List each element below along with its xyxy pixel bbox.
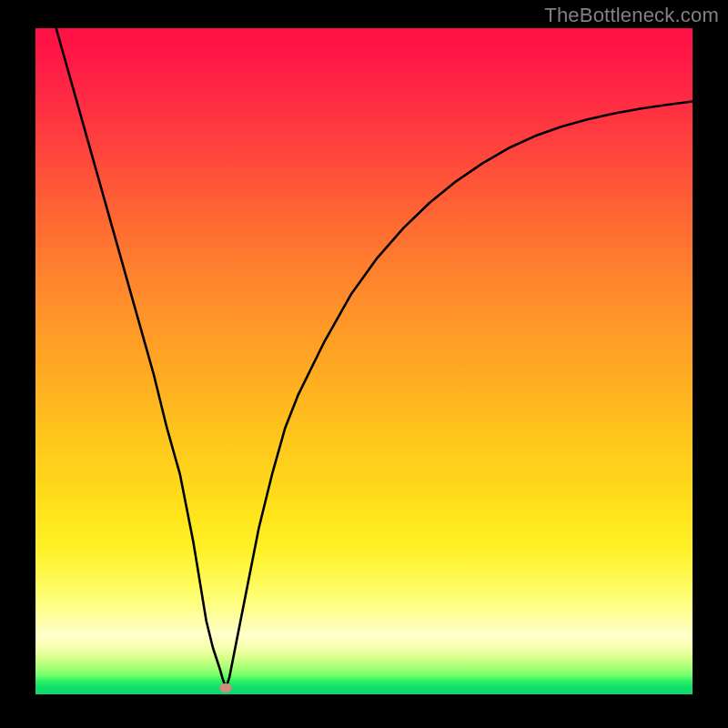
chart-frame: TheBottleneck.com	[0, 0, 728, 728]
bottleneck-curve	[35, 28, 693, 694]
watermark-text: TheBottleneck.com	[544, 4, 719, 27]
minimum-marker	[219, 683, 232, 693]
plot-area	[35, 28, 693, 694]
